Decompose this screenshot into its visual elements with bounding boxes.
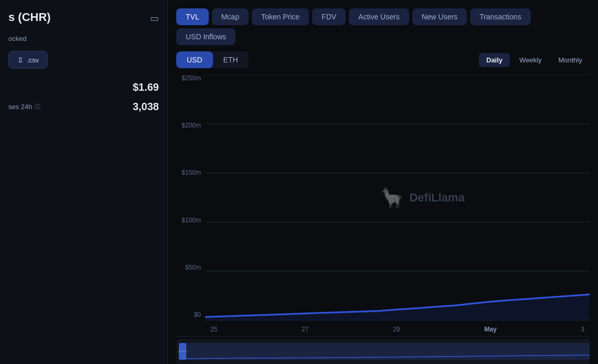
- currency-tabs: USDETH: [176, 51, 249, 68]
- chart-area: $250m$200m$150m$100m$50m$0: [176, 74, 590, 337]
- x-label: 25: [210, 326, 217, 333]
- chart-container: $250m$200m$150m$100m$50m$0: [168, 74, 598, 364]
- chart-svg-wrapper: 🦙 DefiLlama: [205, 74, 590, 320]
- tab-fdv[interactable]: FDV: [312, 8, 346, 25]
- time-weekly[interactable]: Weekly: [512, 53, 549, 67]
- y-label: $0: [176, 311, 205, 318]
- tab-token-price[interactable]: Token Price: [252, 8, 309, 25]
- currency-usd[interactable]: USD: [176, 51, 213, 68]
- right-panel: TVLMcapToken PriceFDVActive UsersNew Use…: [168, 0, 598, 364]
- time-tabs: DailyWeeklyMonthly: [479, 53, 590, 67]
- tab-mcap[interactable]: Mcap: [212, 8, 249, 25]
- tab-usd-inflows[interactable]: USD Inflows: [176, 28, 236, 45]
- time-monthly[interactable]: Monthly: [551, 53, 590, 67]
- csv-label: .csv: [27, 56, 39, 64]
- controls-row: USDETH DailyWeeklyMonthly: [168, 51, 598, 74]
- price-value: $1.69: [133, 81, 159, 93]
- y-label: $100m: [176, 217, 205, 224]
- range-mini-svg: [179, 343, 590, 360]
- y-label: $150m: [176, 169, 205, 176]
- tab-transactions[interactable]: Transactions: [470, 8, 531, 25]
- x-label: 27: [302, 326, 308, 333]
- uses-value: 3,038: [133, 101, 159, 113]
- bookmark-icon[interactable]: ▭: [150, 13, 159, 24]
- currency-eth[interactable]: ETH: [213, 51, 249, 68]
- stats-section: $1.69 ses 24h ⓘ 3,038: [8, 81, 159, 113]
- range-dot: [179, 351, 180, 352]
- uses-row: ses 24h ⓘ 3,038: [8, 101, 159, 113]
- x-label: May: [484, 326, 496, 333]
- help-icon[interactable]: ⓘ: [35, 103, 40, 111]
- watermark-icon: 🦙: [380, 187, 404, 209]
- range-selector[interactable]: [176, 339, 590, 364]
- y-label: $250m: [176, 74, 205, 82]
- download-icon: ⇫: [17, 56, 24, 64]
- range-handle[interactable]: [179, 343, 186, 360]
- watermark-text: DefiLlama: [409, 191, 464, 205]
- watermark: 🦙 DefiLlama: [380, 187, 464, 209]
- x-label: 3: [581, 326, 584, 333]
- price-row: $1.69: [8, 81, 159, 93]
- protocol-title: s (CHR): [8, 10, 51, 24]
- top-tabs: TVLMcapToken PriceFDVActive UsersNew Use…: [168, 8, 598, 51]
- y-label: $200m: [176, 122, 205, 129]
- csv-download-button[interactable]: ⇫ .csv: [8, 51, 48, 69]
- protocol-header: s (CHR) ▭: [8, 10, 159, 24]
- tab-tvl[interactable]: TVL: [176, 8, 209, 25]
- locked-label: ocked: [8, 35, 159, 42]
- range-dot: [185, 351, 187, 352]
- range-inner: [179, 343, 590, 360]
- time-daily[interactable]: Daily: [479, 53, 510, 67]
- left-panel: s (CHR) ▭ ocked ⇫ .csv $1.69 ses 24h ⓘ 3…: [0, 0, 168, 364]
- csv-section: ⇫ .csv: [8, 51, 159, 69]
- y-label: $50m: [176, 264, 205, 271]
- tab-active-users[interactable]: Active Users: [349, 8, 409, 25]
- x-axis: 252729May3: [205, 326, 590, 333]
- y-axis: $250m$200m$150m$100m$50m$0: [176, 74, 205, 320]
- x-label: 29: [393, 326, 400, 333]
- range-dots: [179, 351, 187, 352]
- range-dot: [182, 351, 184, 352]
- uses-label: ses 24h ⓘ: [8, 103, 40, 111]
- tab-new-users[interactable]: New Users: [412, 8, 467, 25]
